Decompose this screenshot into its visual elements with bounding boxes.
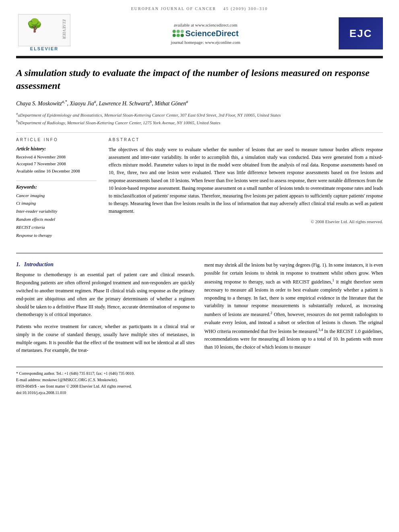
intro-paragraph-1: Response to chemotherapy is an essential… [16,271,195,319]
journal-homepage: journal homepage: www.ejconline.com [72,40,339,45]
copyright: © 2008 Elsevier Ltd. All rights reserved… [109,219,383,224]
sd-dot [181,30,184,33]
article-history-block: Article history: Received 4 November 200… [16,146,97,175]
sd-dot [181,34,184,37]
keyword-4: Random effects model [16,216,97,224]
corresponding-author-note: * Corresponding author. Tel.: +1 (646) 7… [16,370,383,377]
article-content: A simulation study to evaluate the impac… [0,58,399,404]
affiliation-a: aaDepartment of Epidemiology and Biostat… [16,111,383,118]
section-number: 1. [16,261,21,267]
article-info-col: ARTICLE INFO Article history: Received 4… [16,138,97,245]
elsevier-image: 🌳 ELSEVIER [18,14,70,46]
doi-note: doi:10.1016/j.ejca.2008.11.010 [16,390,383,396]
email-note: E-mail address: moskowc1@MSKCC.ORG (C.S.… [16,377,383,383]
left-col-divider [16,181,97,181]
section-divider [16,253,383,253]
keywords-list: Cancer imaging Ct imaging Inter-reader v… [16,192,97,240]
intro-paragraph-2-start: Patients who receive treatment for cance… [16,323,195,355]
keywords-block: Keywords: Cancer imaging Ct imaging Inte… [16,184,97,240]
sd-dot [173,34,176,37]
page: EUROPEAN JOURNAL OF CANCER 45 (2009) 300… [0,0,399,532]
intro-heading: 1. Introduction [16,261,195,268]
keyword-1: Cancer imaging [16,192,97,200]
sd-dot [173,30,176,33]
article-info-label: ARTICLE INFO [16,138,97,142]
separator [16,132,383,133]
ejc-letters: EJC [350,27,372,40]
keyword-6: Response to therapy [16,232,97,240]
available-text: available at www.sciencedirect.com [72,23,339,27]
center-links: available at www.sciencedirect.com Scien… [72,23,339,45]
footer-notes: * Corresponding author. Tel.: +1 (646) 7… [16,367,383,396]
journal-title-bar: EUROPEAN JOURNAL OF CANCER 45 (2009) 300… [16,4,383,14]
article-meta-row: ARTICLE INFO Article history: Received 4… [16,138,383,245]
keyword-3: Inter-reader variability [16,207,97,216]
article-available-online: Available online 16 December 2008 [16,168,97,175]
elsevier-text: ELSEVIER [30,46,58,53]
abstract-col: ABSTRACT The objectives of this study we… [109,138,383,245]
article-accepted: Accepted 7 November 2008 [16,160,97,168]
sd-dot [177,34,180,37]
sciencedirect-name: ScienceDirect [185,29,239,38]
affiliation-b: bbDepartment of Radiology, Memorial Sloa… [16,119,383,126]
keyword-2: Ct imaging [16,199,97,207]
journal-name: EUROPEAN JOURNAL OF CANCER [131,6,216,11]
keywords-title: Keywords: [16,184,97,190]
body-right-col: ment may shrink all the lesions but by v… [204,261,383,359]
abstract-text: The objectives of this study were to eva… [109,146,383,216]
abstract-label: ABSTRACT [109,138,383,142]
elsevier-logo: 🌳 ELSEVIER ELSEVIER [16,14,72,53]
sciencedirect-logo: ScienceDirect [72,29,339,38]
article-title: A simulation study to evaluate the impac… [16,66,383,92]
header: EUROPEAN JOURNAL OF CANCER 45 (2009) 300… [0,0,399,56]
body-content: 1. Introduction Response to chemotherapy… [16,261,383,359]
intro-title: Introduction [24,261,53,267]
journal-volume-info: 45 (2009) 300–310 [223,6,268,11]
authors-text: Chaya S. Moskowitza,*, Xiaoyu Jiaa, Lawr… [16,101,188,107]
issn-note: 0959-8049/$ - see front matter © 2008 El… [16,383,383,390]
affiliations: aaDepartment of Epidemiology and Biostat… [16,111,383,125]
sd-dot [177,30,180,33]
ejc-logo: EJC [339,17,383,49]
article-history-title: Article history: [16,146,97,152]
keyword-5: RECIST criteria [16,224,97,232]
logo-bar: 🌳 ELSEVIER ELSEVIER available at www.sci… [16,14,383,56]
sd-dots [173,30,184,37]
article-received: Received 4 November 2008 [16,154,97,161]
intro-paragraph-2-continued: ment may shrink all the lesions but by v… [204,261,383,351]
body-left-col: 1. Introduction Response to chemotherapy… [16,261,195,359]
authors: Chaya S. Moskowitza,*, Xiaoyu Jiaa, Lawr… [16,99,383,108]
